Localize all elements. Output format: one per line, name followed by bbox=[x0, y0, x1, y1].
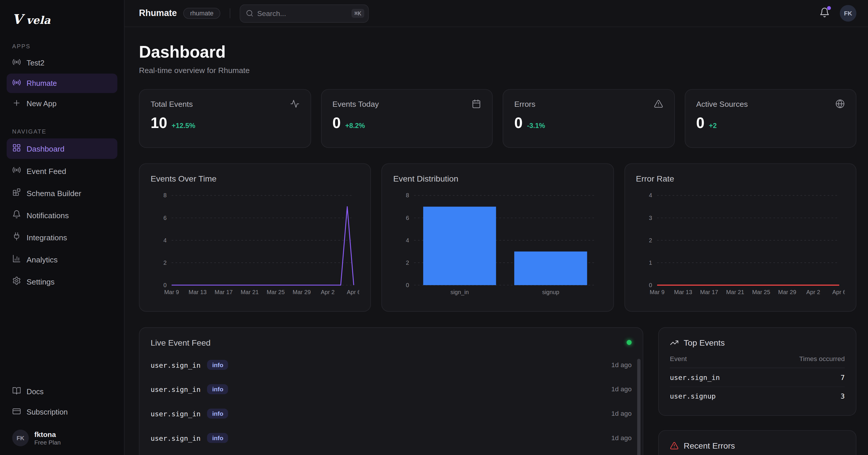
svg-text:2: 2 bbox=[406, 260, 409, 266]
stat-value: 0 bbox=[696, 115, 705, 132]
event-name: user.sign_in bbox=[670, 373, 720, 382]
level-badge: info bbox=[207, 433, 228, 443]
stat-delta: -3.1% bbox=[527, 122, 545, 130]
radio-icon bbox=[12, 78, 21, 88]
search-input[interactable] bbox=[257, 9, 348, 18]
sidebar-item-integrations[interactable]: Integrations bbox=[7, 227, 118, 247]
stat-cards-row: Total Events 10 +12.5% Events Today 0 bbox=[139, 89, 856, 148]
search-box[interactable]: ⌘K bbox=[239, 4, 368, 22]
svg-text:8: 8 bbox=[406, 192, 409, 199]
sidebar-item-docs[interactable]: Docs bbox=[7, 382, 118, 401]
credit-card-icon bbox=[12, 407, 21, 418]
sidebar-user[interactable]: FK fktona Free Plan bbox=[7, 423, 118, 448]
search-shortcut-kbd: ⌘K bbox=[351, 9, 364, 18]
plug-icon bbox=[12, 232, 21, 242]
notifications-button[interactable] bbox=[819, 7, 830, 20]
svg-text:3: 3 bbox=[649, 215, 652, 221]
svg-text:Mar 25: Mar 25 bbox=[267, 289, 285, 295]
unread-dot bbox=[827, 6, 831, 9]
stat-delta: +2 bbox=[709, 122, 717, 130]
live-event-feed-card: Live Event Feed user.sign_in info 1d ago… bbox=[139, 327, 644, 455]
sidebar-item-label: Docs bbox=[27, 388, 43, 396]
user-name: fktona bbox=[34, 430, 61, 439]
sidebar-item-settings[interactable]: Settings bbox=[7, 271, 118, 292]
sidebar-item-label: Analytics bbox=[27, 255, 58, 264]
feed-row[interactable]: user.sign_in info 1d ago bbox=[151, 353, 632, 377]
sidebar-item-test2[interactable]: Test2 bbox=[7, 53, 118, 73]
brand-logo[interactable]: V vela bbox=[7, 10, 118, 39]
bottom-row: Live Event Feed user.sign_in info 1d ago… bbox=[139, 327, 856, 455]
sidebar-item-event-feed[interactable]: Event Feed bbox=[7, 160, 118, 181]
feed-row[interactable]: user.sign_in info 1d ago bbox=[151, 377, 632, 401]
topbar: Rhumate rhumate ⌘K FK bbox=[124, 0, 868, 27]
feed-title: Live Event Feed bbox=[151, 338, 211, 347]
main-area: Rhumate rhumate ⌘K FK Dashboard Real-tim… bbox=[124, 0, 868, 455]
stat-delta: +12.5% bbox=[172, 122, 195, 130]
sidebar-item-label: New App bbox=[27, 100, 56, 108]
chart-title: Events Over Time bbox=[151, 174, 360, 183]
stat-card-errors: Errors 0 -3.1% bbox=[503, 89, 675, 148]
calendar-icon bbox=[471, 99, 481, 109]
table-row: user.sign_in 7 bbox=[670, 368, 845, 387]
blocks-icon bbox=[12, 188, 21, 198]
event-distribution-chart: 02468sign_insignup bbox=[393, 188, 602, 299]
sidebar-item-rhumate[interactable]: Rhumate bbox=[7, 73, 118, 93]
event-time: 1d ago bbox=[612, 361, 632, 369]
event-count: 3 bbox=[841, 392, 845, 400]
event-name: user.sign_in bbox=[151, 361, 201, 369]
svg-text:Mar 13: Mar 13 bbox=[674, 289, 692, 295]
svg-text:0: 0 bbox=[649, 282, 652, 288]
stat-label: Errors bbox=[514, 99, 535, 108]
svg-text:4: 4 bbox=[406, 237, 409, 243]
table-row: user.signup 3 bbox=[670, 386, 845, 405]
page-title: Dashboard bbox=[139, 43, 856, 62]
live-status-dot bbox=[626, 340, 631, 345]
book-icon bbox=[12, 386, 21, 397]
column-header-event: Event bbox=[670, 355, 687, 363]
app-tag-badge: rhumate bbox=[184, 8, 220, 19]
event-time: 1d ago bbox=[612, 434, 632, 442]
radio-icon bbox=[12, 58, 21, 68]
level-badge: info bbox=[207, 408, 228, 418]
scrollbar[interactable] bbox=[637, 359, 640, 455]
sidebar-item-new-app[interactable]: New App bbox=[7, 94, 118, 114]
sidebar-item-analytics[interactable]: Analytics bbox=[7, 249, 118, 269]
divider bbox=[229, 8, 230, 18]
sidebar-item-label: Schema Builder bbox=[27, 188, 81, 197]
event-time: 1d ago bbox=[612, 410, 632, 418]
sidebar-item-notifications[interactable]: Notifications bbox=[7, 205, 118, 225]
sidebar-item-label: Event Feed bbox=[27, 166, 66, 175]
section-label-navigate: NAVIGATE bbox=[7, 124, 118, 139]
user-avatar-button[interactable]: FK bbox=[840, 5, 856, 22]
event-name: user.sign_in bbox=[151, 434, 201, 442]
sidebar-item-schema-builder[interactable]: Schema Builder bbox=[7, 183, 118, 203]
vela-logo-icon: V bbox=[12, 11, 22, 27]
event-time: 1d ago bbox=[612, 386, 632, 393]
section-label-apps: APPS bbox=[7, 39, 118, 53]
trending-up-icon bbox=[670, 338, 679, 347]
feed-row[interactable]: user.sign_in info 1d ago bbox=[151, 426, 632, 450]
svg-text:sign_in: sign_in bbox=[451, 289, 469, 296]
right-column: Top Events Event Times occurred user.sig… bbox=[658, 327, 856, 455]
topbar-right: FK bbox=[819, 5, 857, 22]
stat-value: 0 bbox=[514, 115, 523, 132]
stat-label: Events Today bbox=[333, 99, 379, 108]
svg-text:Apr 2: Apr 2 bbox=[806, 289, 820, 295]
svg-text:Mar 9: Mar 9 bbox=[650, 289, 664, 295]
gear-icon bbox=[12, 276, 21, 287]
event-name: user.sign_in bbox=[151, 385, 201, 394]
stat-value: 0 bbox=[333, 115, 341, 132]
stat-card-active-sources: Active Sources 0 +2 bbox=[684, 89, 856, 148]
search-icon bbox=[246, 9, 253, 17]
feed-row[interactable]: user.sign_in info 1d ago bbox=[151, 401, 632, 426]
svg-text:2: 2 bbox=[649, 237, 652, 243]
svg-text:Mar 17: Mar 17 bbox=[700, 289, 718, 295]
sidebar-item-dashboard[interactable]: Dashboard bbox=[7, 139, 118, 159]
svg-text:4: 4 bbox=[649, 192, 652, 199]
svg-text:Mar 21: Mar 21 bbox=[241, 289, 258, 295]
svg-text:6: 6 bbox=[163, 215, 167, 221]
level-badge: info bbox=[207, 360, 228, 370]
page-content: Dashboard Real-time overview for Rhumate… bbox=[124, 27, 868, 455]
chart-card-error-rate: Error Rate 01234Mar 9Mar 13Mar 17Mar 21M… bbox=[624, 163, 856, 311]
sidebar-item-subscription[interactable]: Subscription bbox=[7, 403, 118, 422]
